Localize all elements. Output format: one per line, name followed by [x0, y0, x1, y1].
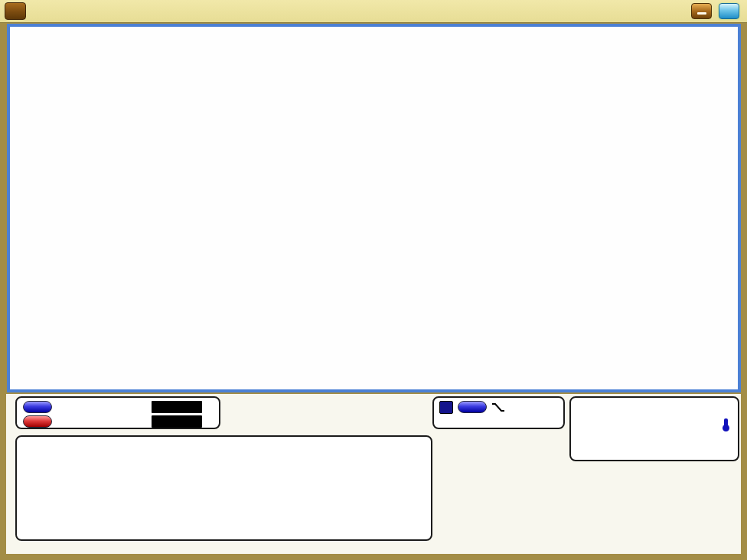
tekscope-window: [0, 0, 747, 560]
minimize-icon: [697, 12, 706, 15]
acquisition-status-row: [578, 415, 731, 430]
horizontal-settings-panel[interactable]: [569, 396, 739, 461]
trigger-source-badge[interactable]: [458, 401, 487, 413]
channel-2-row[interactable]: [23, 415, 213, 428]
waveform-canvas: [10, 27, 738, 389]
readout-area: [0, 394, 747, 560]
channel-1-row[interactable]: [23, 401, 213, 413]
menu-bar: [0, 0, 747, 23]
menubar-right: [657, 3, 747, 19]
scope-display-area: [0, 23, 747, 394]
close-button[interactable]: [719, 3, 739, 19]
acquisition-count-row: [578, 430, 731, 444]
trigger-source-row: [439, 400, 558, 414]
trigger-panel[interactable]: [432, 396, 565, 429]
channel-2-bandwidth: [152, 415, 202, 428]
channel-1-bandwidth: [152, 401, 202, 413]
trigger-a-badge[interactable]: [439, 401, 453, 414]
thermometer-icon: [724, 418, 728, 427]
timebase-row: [578, 401, 731, 415]
channel-1-badge[interactable]: [23, 401, 52, 413]
minimize-button[interactable]: [691, 3, 712, 19]
menu-overflow-dropdown-button[interactable]: [5, 2, 26, 20]
graticule: [7, 24, 741, 392]
datetime-row: [578, 444, 731, 459]
channel-settings-panel: [15, 396, 220, 429]
measurements-panel: [15, 435, 432, 541]
trigger-mode-row: [439, 414, 558, 427]
falling-edge-icon: [491, 402, 505, 413]
channel-2-badge[interactable]: [23, 415, 52, 428]
